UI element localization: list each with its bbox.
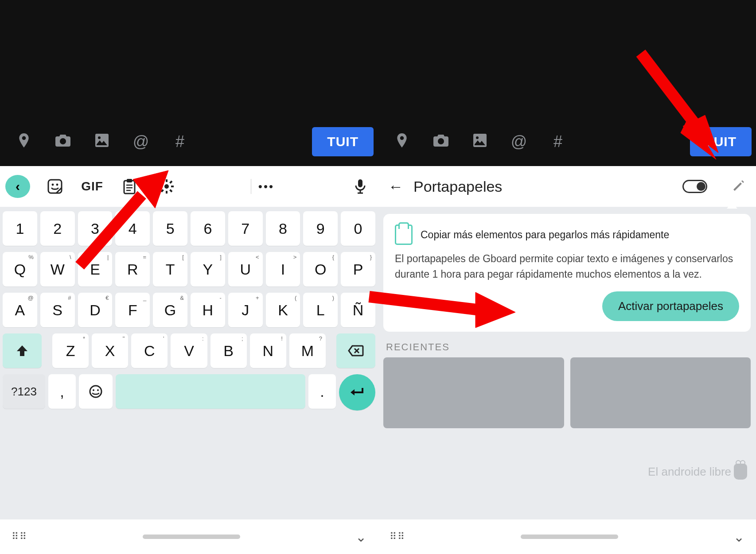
symbols-key[interactable]: ?123 — [3, 374, 45, 409]
key-j[interactable]: J+ — [228, 293, 263, 327]
clipboard-card-icon — [395, 225, 413, 245]
home-indicator[interactable] — [521, 535, 618, 539]
svg-point-10 — [164, 184, 169, 189]
key-row-4: Z* X" C' V: B; N! M? — [3, 333, 375, 368]
back-icon[interactable]: ← — [383, 174, 408, 199]
backspace-key[interactable] — [336, 333, 375, 368]
key-0[interactable]: 0 — [341, 211, 375, 246]
watermark: El androide libre — [648, 464, 747, 480]
svg-point-25 — [93, 389, 94, 391]
key-5[interactable]: 5 — [153, 211, 187, 246]
camera-icon[interactable] — [43, 134, 82, 150]
recent-item[interactable] — [383, 357, 564, 428]
key-t[interactable]: T[ — [153, 252, 187, 287]
key-z[interactable]: Z* — [52, 333, 89, 368]
recent-item[interactable] — [570, 357, 751, 428]
clipboard-toggle[interactable] — [682, 180, 707, 193]
key-s[interactable]: S# — [40, 293, 75, 327]
hashtag-icon[interactable]: # — [160, 132, 199, 151]
hide-keyboard-icon[interactable]: ⌄ — [733, 529, 744, 545]
key-r[interactable]: R= — [115, 252, 150, 287]
key-y[interactable]: Y] — [191, 252, 225, 287]
emoji-key[interactable] — [79, 374, 113, 409]
key-c[interactable]: C' — [131, 333, 168, 368]
comma-key[interactable]: , — [48, 374, 76, 409]
key-4[interactable]: 4 — [115, 211, 150, 246]
svg-point-1 — [98, 136, 101, 139]
clipboard-icon[interactable] — [117, 174, 142, 199]
card-title: Copiar más elementos para pegarlos más r… — [421, 229, 669, 241]
key-g[interactable]: G& — [153, 293, 187, 327]
tweet-button[interactable]: TUIT — [690, 127, 752, 156]
key-w[interactable]: W\ — [40, 252, 75, 287]
edit-icon[interactable] — [726, 174, 751, 199]
hide-keyboard-icon[interactable]: ⌄ — [355, 529, 366, 545]
tweet-button[interactable]: TUIT — [312, 127, 374, 156]
key-row-2: Q% W\ E| R= T[ Y] U< I> O{ P} — [3, 252, 375, 287]
key-i[interactable]: I> — [266, 252, 300, 287]
compose-area-right: @ # TUIT — [378, 0, 756, 166]
gallery-icon[interactable] — [82, 134, 121, 150]
key-f[interactable]: F_ — [115, 293, 150, 327]
mention-icon[interactable]: @ — [121, 132, 160, 151]
key-2[interactable]: 2 — [40, 211, 75, 246]
keyboard-switch-icon[interactable]: ⠿⠿ — [12, 531, 27, 542]
camera-icon[interactable] — [421, 134, 460, 150]
key-7[interactable]: 7 — [228, 211, 263, 246]
sticker-icon[interactable] — [43, 174, 67, 199]
svg-line-15 — [161, 181, 164, 183]
svg-point-30 — [476, 136, 479, 139]
keyboard-switch-icon[interactable]: ⠿⠿ — [390, 531, 405, 542]
key-n[interactable]: N! — [250, 333, 286, 368]
key-m[interactable]: M? — [289, 333, 326, 368]
mention-icon[interactable]: @ — [499, 132, 538, 151]
key-a[interactable]: A@ — [3, 293, 37, 327]
key-x[interactable]: X" — [92, 333, 128, 368]
right-screenshot: @ # TUIT ← Portapapeles Copiar más eleme… — [378, 0, 756, 554]
key-8[interactable]: 8 — [266, 211, 300, 246]
svg-line-18 — [170, 181, 172, 183]
settings-icon[interactable] — [154, 174, 179, 199]
enter-key[interactable] — [339, 374, 375, 411]
recent-items — [383, 357, 751, 428]
key-p[interactable]: P} — [341, 252, 375, 287]
key-e[interactable]: E| — [78, 252, 113, 287]
home-indicator[interactable] — [143, 535, 240, 539]
clipboard-info-card: Copiar más elementos para pegarlos más r… — [383, 214, 751, 332]
key-q[interactable]: Q% — [3, 252, 37, 287]
nav-bar: ⠿⠿ ⌄ — [0, 519, 378, 554]
key-1[interactable]: 1 — [3, 211, 37, 246]
key-3[interactable]: 3 — [78, 211, 113, 246]
activate-clipboard-button[interactable]: Activar portapapeles — [602, 291, 739, 321]
key-k[interactable]: K( — [266, 293, 300, 327]
key-d[interactable]: D€ — [78, 293, 113, 327]
period-key[interactable]: . — [308, 374, 336, 409]
svg-rect-19 — [358, 179, 362, 187]
svg-rect-6 — [127, 179, 132, 182]
key-9[interactable]: 9 — [303, 211, 338, 246]
svg-line-16 — [170, 190, 172, 192]
key-6[interactable]: 6 — [191, 211, 225, 246]
key-u[interactable]: U< — [228, 252, 263, 287]
gif-button[interactable]: GIF — [80, 174, 105, 199]
svg-point-3 — [52, 184, 54, 186]
svg-rect-5 — [124, 181, 135, 194]
key-enye[interactable]: Ñ/ — [341, 293, 375, 327]
key-o[interactable]: O{ — [303, 252, 338, 287]
svg-line-17 — [161, 190, 164, 192]
hashtag-icon[interactable]: # — [538, 132, 577, 151]
key-l[interactable]: L) — [303, 293, 338, 327]
key-b[interactable]: B; — [210, 333, 247, 368]
shift-key[interactable] — [3, 333, 42, 368]
key-v[interactable]: V: — [171, 333, 207, 368]
key-h[interactable]: H- — [191, 293, 225, 327]
back-button[interactable]: ‹ — [5, 175, 30, 198]
space-key[interactable] — [116, 374, 305, 409]
svg-point-24 — [90, 386, 101, 397]
location-icon[interactable] — [382, 133, 421, 151]
card-description: El portapapeles de Gboard permite copiar… — [395, 251, 739, 282]
mic-icon[interactable] — [348, 174, 373, 199]
more-icon[interactable]: ••• — [254, 174, 279, 199]
gallery-icon[interactable] — [460, 134, 499, 150]
location-icon[interactable] — [4, 133, 43, 151]
